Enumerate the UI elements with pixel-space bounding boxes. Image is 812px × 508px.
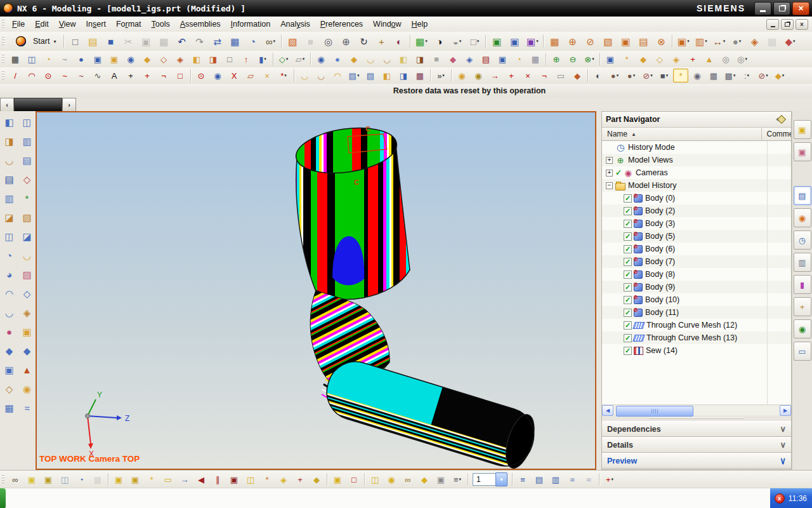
component-info-button[interactable]: ▣	[433, 472, 449, 486]
disable-snap-button[interactable]: ⊘▾	[756, 69, 771, 83]
layer-combo[interactable]: 1▼	[473, 473, 508, 486]
tree-scroll-track[interactable]	[613, 406, 780, 415]
revolve-button[interactable]: ◔	[41, 52, 56, 66]
rib-button[interactable]: ◈	[462, 52, 477, 66]
edit-section-button[interactable]: ⊘	[582, 33, 598, 50]
redo-button[interactable]: ↷	[191, 33, 207, 50]
cylinder-button-dropdown[interactable]: ▾	[264, 57, 266, 62]
face-analysis-button-dropdown[interactable]: ▾	[459, 39, 462, 44]
wcs-dynamics-button-dropdown[interactable]: ▾	[612, 477, 614, 482]
child-restore-button[interactable]	[781, 19, 794, 30]
tab-visual-reports[interactable]: ▮	[794, 275, 811, 294]
view-overflow-button-dropdown[interactable]: ▾	[793, 39, 796, 44]
point-button[interactable]: +	[123, 69, 138, 83]
bridge-surface-button[interactable]: ◠	[1, 285, 18, 302]
suppress-feature-button[interactable]: ◇	[652, 52, 667, 66]
edge-blend-button[interactable]: ◡	[379, 52, 395, 66]
dependencies-panel-header[interactable]: Dependencies ∨	[602, 421, 791, 437]
curve-length-button[interactable]: ×	[520, 69, 535, 83]
zoom-box-button[interactable]: ◎	[320, 33, 336, 50]
user-button[interactable]: ◉	[690, 69, 705, 83]
ellipse-button[interactable]: ⊙	[193, 69, 209, 83]
hole-button[interactable]: ◨	[412, 52, 428, 66]
zoom-in-out-button[interactable]: ⊕	[337, 33, 354, 50]
flange-button[interactable]: ◈	[173, 52, 188, 66]
tree-item-model-history[interactable]: −Model History	[602, 179, 791, 192]
shaded-edges-button[interactable]: ◑	[431, 33, 447, 50]
point-set-button[interactable]: +	[140, 69, 155, 83]
visibility-checkbox[interactable]: ✓	[624, 347, 632, 355]
column-header-comment[interactable]: Comment	[761, 128, 792, 140]
x-form-button[interactable]: *	[19, 190, 36, 206]
sketch-button[interactable]: ▱▾	[292, 52, 308, 66]
highlight-lines-button[interactable]: ≈	[19, 399, 36, 416]
tree-item-body-2[interactable]: ✓Body (2)	[602, 204, 791, 217]
face-analysis-button[interactable]: ◒▾	[449, 33, 465, 50]
simplify-curve-button[interactable]: ◧	[379, 69, 395, 83]
pocket-button[interactable]: ◔	[511, 52, 527, 66]
assembly-constraints-button[interactable]: ◀	[193, 472, 209, 486]
command-finder-button-dropdown[interactable]: ▾	[273, 39, 276, 44]
visibility-checkbox[interactable]: ✓	[624, 334, 632, 342]
layer-visible-in-view-button[interactable]: ≈	[565, 472, 580, 486]
rectangle-button[interactable]: □	[173, 69, 188, 83]
pattern-feature-button[interactable]: ▦	[8, 52, 23, 66]
tree-item-body-8[interactable]: ✓Body (8)	[602, 268, 791, 281]
new-section-button[interactable]: ▦	[546, 33, 563, 50]
emboss-button[interactable]: ◆	[445, 52, 461, 66]
snap-settings-button[interactable]: ◆▾	[772, 69, 787, 83]
mirror-curve-button[interactable]: ▦	[412, 69, 428, 83]
silhouette-flange-button[interactable]: ▥	[19, 133, 36, 149]
tree-item-model-views[interactable]: +⊕Model Views	[602, 154, 791, 166]
menu-help[interactable]: Help	[407, 18, 433, 30]
snap-point-button[interactable]: *	[673, 69, 688, 83]
pad-button[interactable]: ▦	[528, 52, 543, 66]
combine-curve-button[interactable]: ◡	[313, 69, 329, 83]
plane-grid-button[interactable]: ▩▾	[723, 69, 738, 83]
chamfer-button[interactable]: ◧	[396, 52, 411, 66]
arrangements-button[interactable]: ◫	[243, 472, 258, 486]
tab-reuse-library[interactable]: ◉	[794, 208, 811, 227]
feature-params-button[interactable]: *	[619, 52, 634, 66]
split-body-button[interactable]: ◨	[206, 52, 221, 66]
move-object-button[interactable]: ◈	[746, 33, 763, 50]
product-outline-button[interactable]: ◫	[57, 472, 72, 486]
part-family-button[interactable]: ◫	[367, 472, 383, 486]
tree-item-body-10[interactable]: ✓Body (10)	[602, 293, 791, 306]
tab-constraint-navigator[interactable]: ▣	[794, 142, 811, 161]
find-component-button[interactable]: ∞	[400, 472, 416, 486]
datum-axis-button[interactable]: ↑	[239, 52, 254, 66]
tab-gallery[interactable]: ▭	[794, 342, 811, 361]
edit-feature-button[interactable]: ▣	[603, 52, 618, 66]
visibility-checkbox[interactable]: ✓	[624, 207, 632, 215]
tab-roles[interactable]: ◉	[794, 319, 811, 338]
grid-button[interactable]: ▦	[706, 69, 721, 83]
refit-face-button[interactable]: ▣	[19, 323, 36, 340]
pod-button[interactable]: ▱	[243, 69, 258, 83]
section-triangle-button[interactable]: ▣	[617, 33, 634, 50]
section-view-button[interactable]: ▣▾	[675, 33, 691, 50]
tree-scroll-left-button[interactable]: ◀	[602, 405, 613, 416]
tree-scroll-thumb[interactable]	[616, 406, 693, 417]
nx-diamond-button[interactable]: ◆	[417, 472, 432, 486]
more-feature-button[interactable]: ◎▾	[735, 52, 750, 66]
orient-view-front-button[interactable]: ▣	[506, 33, 523, 50]
tree-item-body-6[interactable]: ✓Body (6)	[602, 243, 791, 255]
visual-report-button[interactable]: ◉	[384, 472, 399, 486]
sketch-button-dropdown[interactable]: ▾	[303, 57, 305, 62]
add-component-button[interactable]: ▣	[111, 472, 126, 486]
extension-surface-button[interactable]: ◫	[19, 114, 36, 130]
rotate-view-button[interactable]: ↻	[355, 33, 372, 50]
thread-button[interactable]: ≡	[429, 52, 444, 66]
draft-button[interactable]: ◡	[363, 52, 378, 66]
visibility-checkbox[interactable]: ✓	[624, 309, 632, 317]
pattern-component-button[interactable]: ▭	[160, 472, 176, 486]
remember-constraints-button[interactable]: ▣	[226, 472, 242, 486]
pin-button[interactable]	[776, 114, 787, 124]
clearance-button[interactable]: +	[292, 472, 308, 486]
untrim-button[interactable]: ▦	[1, 399, 18, 416]
surface-analysis-button[interactable]: ▲	[19, 361, 36, 378]
trim-curve-button[interactable]: →	[487, 69, 502, 83]
edge-symmetry-button[interactable]: ▨	[19, 266, 36, 283]
studio-surface-button[interactable]: ▥	[1, 190, 18, 206]
